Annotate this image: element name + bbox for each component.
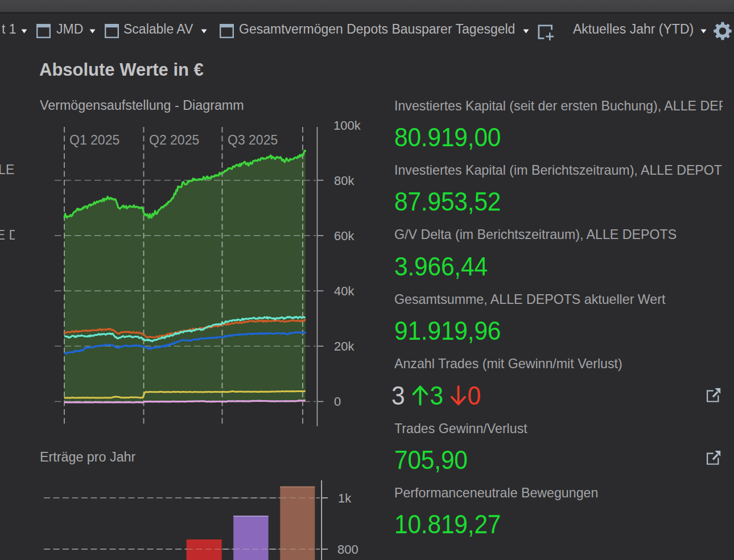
svg-text:Q3 2025: Q3 2025: [228, 133, 278, 147]
svg-text:40k: 40k: [334, 284, 354, 298]
svg-text:0: 0: [334, 394, 341, 409]
svg-text:80k: 80k: [334, 174, 354, 188]
svg-text:Q2 2025: Q2 2025: [149, 133, 199, 147]
svg-text:20k: 20k: [334, 339, 354, 353]
svg-text:800: 800: [337, 542, 358, 557]
svg-text:60k: 60k: [334, 229, 354, 243]
svg-text:100k: 100k: [333, 118, 361, 133]
svg-text:1k: 1k: [338, 491, 352, 505]
svg-text:Q1 2025: Q1 2025: [69, 133, 119, 147]
